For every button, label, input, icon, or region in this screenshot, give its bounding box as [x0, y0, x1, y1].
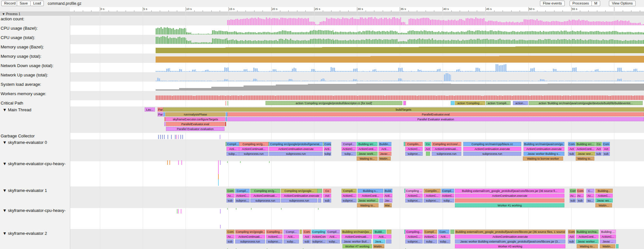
- trace-slice[interactable]: ActionC...: [595, 194, 613, 198]
- trace-slice[interactable]: ActionContinuation.execute: [455, 194, 564, 198]
- trace-slice[interactable]: Compiling src/g...: [250, 189, 280, 193]
- instant-event-tick[interactable]: [220, 135, 220, 139]
- instant-event-tick[interactable]: [162, 135, 163, 139]
- track-label[interactable]: ▼ skyframe-evaluator-cpu-heavy-: [3, 208, 70, 213]
- trace-slice-small[interactable]: [387, 230, 391, 234]
- trace-slice-small[interactable]: [317, 189, 322, 193]
- instant-event-tick[interactable]: [227, 208, 228, 210]
- trace-slice[interactable]: ActionC...: [424, 194, 441, 198]
- trace-slice[interactable]: Waitin...: [373, 244, 384, 248]
- trace-slice[interactable]: Parallel Evaluator evaluation: [227, 117, 644, 121]
- trace-slice[interactable]: Ac...: [570, 194, 576, 198]
- trace-slice[interactable]: Building src/main/java/com/go...: [524, 142, 564, 146]
- trace-slice[interactable]: Com: [577, 189, 584, 193]
- trace-slice[interactable]: Compilin...: [424, 189, 441, 193]
- trace-slice[interactable]: Ac...: [586, 194, 594, 198]
- instant-event-tick[interactable]: [176, 135, 177, 139]
- trace-slice[interactable]: C...: [586, 189, 594, 193]
- trace-slice[interactable]: Com: [226, 189, 235, 193]
- trace-slice[interactable]: Compil...: [326, 230, 340, 234]
- trace-slice[interactable]: Compiling...: [266, 230, 283, 234]
- instant-event-tick[interactable]: [236, 208, 236, 210]
- trace-slice[interactable]: ActionContinuation.execute: [524, 147, 564, 151]
- instant-event-tick[interactable]: [227, 101, 228, 105]
- instant-event-tick[interactable]: [160, 135, 161, 139]
- trace-slice[interactable]: sub: [226, 198, 234, 203]
- trace-slice[interactable]: Compili...: [341, 189, 357, 193]
- trace-slice[interactable]: Act: [323, 194, 331, 198]
- trace-slice[interactable]: subp...: [226, 152, 239, 156]
- trace-slice[interactable]: Compiling src/g...: [239, 142, 268, 146]
- trace-slice[interactable]: buildTargets: [163, 107, 644, 112]
- trace-slice[interactable]: Acti...: [379, 147, 391, 151]
- trace-slice-small[interactable]: [403, 101, 406, 105]
- trace-slice[interactable]: subprocess.run: [432, 152, 461, 156]
- instant-event-tick[interactable]: [178, 209, 179, 214]
- instant-event-tick[interactable]: [178, 160, 179, 165]
- instant-event-tick[interactable]: [177, 209, 178, 214]
- trace-slice-small[interactable]: [455, 198, 564, 203]
- trace-slice[interactable]: subprocess.run: [239, 152, 268, 156]
- instant-event-tick[interactable]: [218, 179, 219, 186]
- trace-slice[interactable]: ActionC...: [341, 194, 357, 198]
- trace-slice[interactable]: sub: [577, 198, 584, 203]
- trace-slice[interactable]: ActionC...: [405, 234, 423, 239]
- track-label[interactable]: ▼ skyframe-evaluator-cpu-heavy-: [3, 161, 70, 166]
- trace-slice[interactable]: Waiting to...: [357, 156, 378, 161]
- trace-slice[interactable]: Waitin...: [600, 244, 615, 248]
- instant-event-tick[interactable]: [226, 101, 226, 105]
- trace-slice-small[interactable]: [426, 152, 430, 156]
- trace-slice[interactable]: sub: [602, 152, 610, 156]
- trace-slice[interactable]: Com: [602, 142, 610, 146]
- trace-slice[interactable]: ActionContinuation.execute: [463, 147, 521, 151]
- track-label[interactable]: Garbage Collector: [1, 134, 69, 138]
- trace-slice[interactable]: ActionConti...: [357, 147, 378, 151]
- instant-event-tick[interactable]: [218, 160, 219, 174]
- trace-slice[interactable]: subprocess.run: [463, 152, 521, 156]
- trace-slice[interactable]: Compil...: [226, 142, 239, 146]
- trace-slice-small[interactable]: [164, 122, 166, 126]
- trace-slice[interactable]: ActionC...: [405, 147, 423, 151]
- trace-slice[interactable]: subp...: [441, 198, 454, 203]
- trace-slice[interactable]: sub: [303, 239, 311, 244]
- trace-slice[interactable]: Act: [425, 147, 431, 151]
- trace-slice[interactable]: Acti...: [284, 234, 299, 239]
- trace-slice[interactable]: action 'Building src/main/java/com/googl…: [529, 101, 643, 105]
- trace-slice[interactable]: Acti...: [384, 194, 392, 198]
- trace-slice[interactable]: Par: [158, 107, 163, 112]
- trace-slice[interactable]: Com: [568, 142, 575, 146]
- trace-slice[interactable]: Building src...: [357, 142, 378, 146]
- trace-slice[interactable]: Par: [158, 112, 163, 116]
- trace-slice[interactable]: Wai...: [384, 203, 392, 207]
- trace-slice[interactable]: ActionContinuati...: [239, 147, 268, 151]
- trace-slice[interactable]: ActionContinuation.execute: [269, 147, 323, 151]
- trace-slice[interactable]: Java...: [373, 239, 385, 244]
- trace-slice[interactable]: Building src...: [576, 142, 595, 146]
- trace-slice[interactable]: Worker #7 working: [342, 244, 372, 248]
- trace-slice[interactable]: Compiling src/google/protobuf/generat...: [269, 142, 323, 146]
- track-label[interactable]: ▼ skyframe-evaluator 0: [3, 140, 70, 145]
- instant-event-tick[interactable]: [227, 161, 228, 163]
- trace-slice-small[interactable]: [451, 101, 455, 105]
- trace-slice[interactable]: Javac worker Building s...: [524, 152, 564, 156]
- trace-slice[interactable]: ActionContinuati...: [250, 194, 280, 198]
- instant-event-tick[interactable]: [158, 135, 159, 139]
- trace-slice-small[interactable]: [318, 198, 321, 203]
- trace-slice[interactable]: Waiting to borrow worker: [523, 156, 563, 161]
- trace-slice[interactable]: Building external/com_google_protobuf/ja…: [455, 189, 564, 193]
- trace-slice[interactable]: Waiting to...: [576, 156, 594, 161]
- trace-slice[interactable]: Javac work...: [357, 152, 378, 156]
- trace-slice[interactable]: action 'Compiling ...: [455, 101, 485, 105]
- trace-slice-small[interactable]: [225, 122, 226, 126]
- trace-slice[interactable]: Javac wo...: [595, 198, 613, 203]
- trace-slice[interactable]: Compiling src/core/...: [432, 142, 461, 146]
- instant-event-tick[interactable]: [220, 209, 221, 214]
- trace-slice[interactable]: action 'Compili...: [486, 101, 511, 105]
- counter-Memory-usage-Bazel[interactable]: [70, 44, 644, 54]
- trace-slice[interactable]: sub: [226, 239, 234, 244]
- trace-slice[interactable]: Com: [226, 230, 235, 234]
- trace-slice-small[interactable]: [450, 230, 454, 234]
- trace-slice[interactable]: Acti...: [326, 234, 340, 239]
- trace-slice[interactable]: subproc...: [312, 239, 326, 244]
- trace-slice[interactable]: Compiling src/google...: [281, 189, 317, 193]
